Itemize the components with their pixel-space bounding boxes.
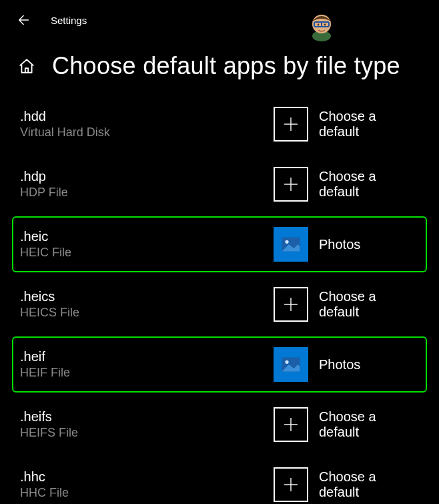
arrow-left-icon — [17, 13, 31, 27]
default-app-label: Choose a default — [319, 409, 419, 440]
default-app-label: Photos — [319, 357, 360, 372]
plus-icon — [280, 113, 302, 136]
default-app-button[interactable]: Photos — [274, 347, 360, 382]
default-app-button[interactable]: Choose a default — [274, 167, 419, 202]
default-app-button[interactable]: Choose a default — [274, 407, 419, 442]
plus-icon — [274, 287, 308, 322]
photo-icon — [279, 232, 303, 256]
extension-description: Virtual Hard Disk — [20, 125, 274, 140]
svg-point-11 — [285, 240, 288, 244]
svg-point-15 — [285, 360, 288, 364]
home-button[interactable] — [17, 57, 36, 75]
extension-label: .heics — [20, 289, 274, 304]
extension-description: HDP File — [20, 186, 274, 200]
file-type-list: .hddVirtual Hard DiskChoose a default.hd… — [0, 96, 439, 504]
default-app-label: Choose a default — [319, 469, 419, 500]
default-app-button[interactable]: Photos — [274, 227, 360, 262]
extension-label: .heifs — [20, 409, 274, 425]
file-type-row: .heicHEIC FilePhotos — [12, 216, 427, 272]
extension-block: .hdpHDP File — [20, 169, 274, 200]
home-icon — [18, 57, 35, 75]
titlebar-label: Settings — [51, 15, 87, 26]
photos-app-icon — [274, 347, 308, 382]
extension-block: .heicHEIC File — [20, 229, 274, 260]
svg-point-4 — [318, 24, 320, 26]
default-app-label: Photos — [319, 237, 360, 252]
photos-app-icon — [274, 227, 308, 262]
page-header: Choose default apps by file type — [0, 32, 439, 96]
plus-icon — [274, 407, 308, 442]
page-title: Choose default apps by file type — [52, 52, 400, 80]
plus-icon — [280, 473, 302, 496]
file-type-row: .hdpHDP FileChoose a default — [12, 156, 427, 212]
plus-icon — [274, 467, 308, 502]
file-type-row: .heifHEIF FilePhotos — [12, 336, 427, 393]
avatar — [307, 9, 336, 41]
extension-description: HEIF File — [20, 366, 274, 380]
file-type-row: .heifsHEIFS FileChoose a default — [12, 397, 427, 453]
extension-block: .heicsHEICS File — [20, 289, 274, 320]
default-app-button[interactable]: Choose a default — [274, 287, 419, 322]
extension-label: .hdd — [20, 109, 274, 124]
extension-description: HEICS File — [20, 306, 274, 320]
default-app-label: Choose a default — [319, 109, 419, 140]
plus-icon — [274, 107, 308, 142]
photo-icon — [279, 352, 303, 376]
file-type-row: .hddVirtual Hard DiskChoose a default — [12, 96, 427, 152]
default-app-button[interactable]: Choose a default — [274, 107, 419, 142]
extension-block: .heifsHEIFS File — [20, 409, 274, 440]
file-type-row: .heicsHEICS FileChoose a default — [12, 276, 427, 332]
svg-point-5 — [324, 24, 326, 26]
default-app-label: Choose a default — [319, 289, 419, 320]
default-app-label: Choose a default — [319, 169, 419, 200]
back-button[interactable] — [16, 12, 32, 28]
extension-label: .heif — [20, 349, 274, 364]
plus-icon — [280, 413, 302, 436]
extension-description: HEIFS File — [20, 426, 274, 440]
default-app-button[interactable]: Choose a default — [274, 467, 419, 502]
extension-block: .hddVirtual Hard Disk — [20, 109, 274, 140]
plus-icon — [280, 173, 302, 196]
extension-block: .heifHEIF File — [20, 349, 274, 380]
file-type-row: .hhcHHC FileChoose a default — [12, 457, 427, 504]
extension-block: .hhcHHC File — [20, 469, 274, 500]
extension-label: .heic — [20, 229, 274, 244]
extension-description: HEIC File — [20, 246, 274, 260]
plus-icon — [280, 293, 302, 316]
extension-description: HHC File — [20, 486, 274, 500]
titlebar: Settings — [0, 0, 439, 32]
extension-label: .hdp — [20, 169, 274, 184]
plus-icon — [274, 167, 308, 202]
extension-label: .hhc — [20, 469, 274, 485]
